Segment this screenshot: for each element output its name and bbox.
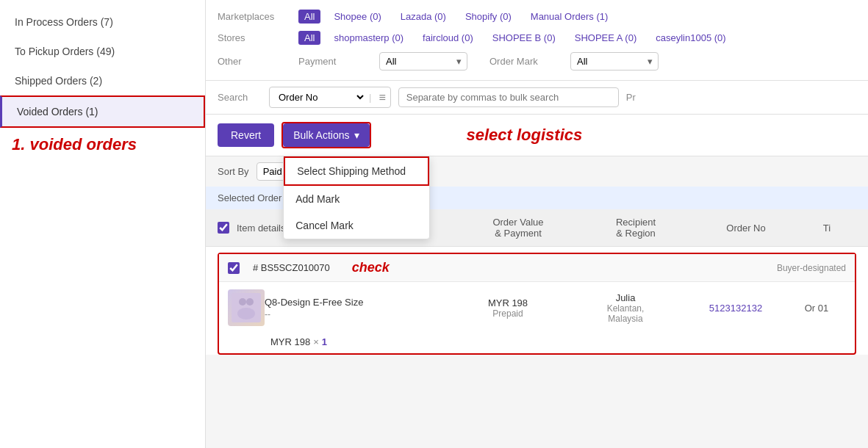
item-details: Q8-Design E-Free Size -- [265,297,449,319]
marketplace-shopify[interactable]: Shopify (0) [459,10,517,24]
store-shopee-a[interactable]: SHOPEE A (0) [569,31,643,45]
qty-badge: MYR 198 × 1 [270,336,327,347]
toolbar: Revert Bulk Actions ▾ Select Shipping Me… [206,115,868,156]
pr-label: Pr [626,92,636,103]
recipient-region: Kelantan, [567,303,684,314]
dropdown-select-shipping[interactable]: Select Shipping Method [284,156,429,186]
bulk-actions-wrapper: Bulk Actions ▾ Select Shipping Method Ad… [281,122,370,148]
revert-button[interactable]: Revert [218,123,274,147]
svg-point-3 [237,308,255,319]
sidebar-item-label: Shipped Orders (2) [15,75,102,87]
sidebar: In Process Orders (7) To Pickup Orders (… [0,0,206,448]
cancel-mark-label: Cancel Mark [295,220,354,231]
pipe-divider: | [369,92,371,103]
sidebar-item-label: Voided Orders (1) [17,106,98,118]
order-row: # BS5SCZ010070 check Buyer-designated [218,253,856,355]
order-mark-select-wrap: All [570,52,659,71]
select-logistics-annotation: select logistics [467,126,583,145]
other-filter-row: Other Payment All Prepaid COD Order Mark… [218,48,856,74]
svg-point-2 [246,298,254,306]
sidebar-item-topickup[interactable]: To Pickup Orders (49) [0,37,205,66]
order-mark-filter-label: Order Mark [489,56,563,67]
store-shopmasterp[interactable]: shopmasterp (0) [328,31,409,45]
search-row: Search Order No Customer Name | ≡ Pr [206,81,868,115]
marketplace-filter-row: Marketplaces All Shopee (0) Lazada (0) S… [218,6,856,27]
order-id: # BS5SCZ010070 [253,262,330,273]
main-content: Marketplaces All Shopee (0) Lazada (0) S… [206,0,868,448]
stores-filter-row: Stores All shopmasterp (0) faircloud (0)… [218,27,856,48]
voided-orders-annotation: 1. voided orders [0,128,205,162]
marketplace-manual[interactable]: Manual Orders (1) [525,10,614,24]
order-price: MYR 198 [449,297,567,308]
order-header: # BS5SCZ010070 check Buyer-designated [219,254,855,282]
item-sku: -- [265,309,449,319]
store-caseylin[interactable]: caseylin1005 (0) [650,31,731,45]
stores-label: Stores [218,32,291,43]
col-recipient-header: Recipient & Region [577,217,695,239]
order-item-row: Q8-Design E-Free Size -- MYR 198 Prepaid… [219,282,855,333]
sidebar-item-shipped[interactable]: Shipped Orders (2) [0,66,205,95]
search-select-wrap: Order No Customer Name | ≡ [269,87,391,108]
store-faircloud[interactable]: faircloud (0) [417,31,479,45]
filter-bar: Marketplaces All Shopee (0) Lazada (0) S… [206,0,868,81]
selected-orders-label: Selected Order [218,192,281,203]
order-mark-select[interactable]: All [570,52,659,71]
time-value: Or 01 [805,303,829,314]
multiply-sign: × [313,336,319,347]
svg-point-1 [239,298,246,306]
sidebar-item-label: In Process Orders (7) [15,16,113,28]
sidebar-item-label: To Pickup Orders (49) [15,46,115,57]
check-annotation: check [352,260,390,275]
marketplaces-label: Marketplaces [218,11,291,22]
buyer-designated-tag: Buyer-designated [777,263,846,273]
search-type-select[interactable]: Order No Customer Name [270,87,366,107]
marketplace-shopee[interactable]: Shopee (0) [328,10,387,24]
marketplace-lazada[interactable]: Lazada (0) [395,10,452,24]
order-number-link[interactable]: 5123132132 [709,303,762,314]
search-label: Search [218,92,262,103]
hamburger-icon: ≡ [374,91,390,104]
recipient-cell: Julia Kelantan, Malaysia [567,292,684,324]
col-order-value-header: Order Value & Payment [459,217,577,239]
order-no-cell: 5123132132 [684,303,787,314]
marketplace-all[interactable]: All [298,10,320,24]
payment-select-wrap: All Prepaid COD [379,52,467,71]
payment-filter-label: Payment [298,56,372,67]
payment-select[interactable]: All Prepaid COD [379,52,467,71]
store-all[interactable]: All [298,31,320,45]
time-cell: Or 01 [787,303,846,314]
bulk-actions-button[interactable]: Bulk Actions ▾ [283,123,369,147]
item-thumbnail [228,289,265,326]
recipient-name: Julia [567,292,684,303]
sidebar-item-voided[interactable]: Voided Orders (1) [0,95,205,128]
order-value-cell: MYR 198 Prepaid [449,297,567,319]
search-input[interactable] [398,87,619,107]
bulk-actions-dropdown: Select Shipping Method Add Mark Cancel M… [283,156,430,239]
order-checkbox[interactable] [228,262,240,274]
qty-price: MYR 198 [270,336,310,347]
item-name: Q8-Design E-Free Size [265,297,449,308]
col-time-header: Ti [797,223,856,234]
qty-number: 1 [322,336,327,347]
bulk-actions-label: Bulk Actions [293,129,349,141]
recipient-country: Malaysia [567,314,684,324]
sort-by-label: Sort By [218,166,249,177]
sidebar-item-inprocess[interactable]: In Process Orders (7) [0,7,205,37]
other-label: Other [218,56,291,67]
payment-type: Prepaid [449,308,567,319]
add-mark-label: Add Mark [295,193,340,205]
store-shopee-b[interactable]: SHOPEE B (0) [487,31,562,45]
select-shipping-label: Select Shipping Method [297,165,406,177]
col-orderno-header: Order No [695,223,797,234]
select-all-checkbox[interactable] [218,222,229,234]
dropdown-add-mark[interactable]: Add Mark [284,186,429,212]
chevron-down-icon: ▾ [354,129,359,141]
dropdown-cancel-mark[interactable]: Cancel Mark [284,212,429,239]
qty-row: MYR 198 × 1 [219,333,855,353]
